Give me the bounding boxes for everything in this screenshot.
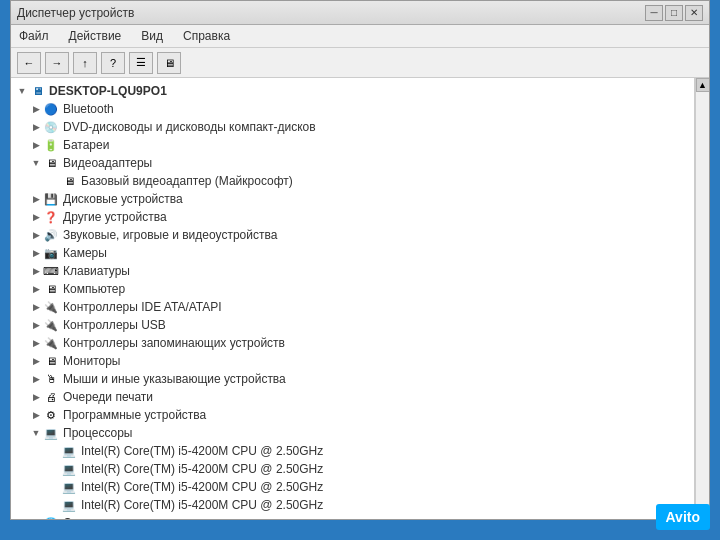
item-icon: 💻 bbox=[61, 497, 77, 513]
item-icon: 🔌 bbox=[43, 317, 59, 333]
tree-item[interactable]: 💻Intel(R) Core(TM) i5-4200M CPU @ 2.50GH… bbox=[11, 442, 694, 460]
tree-item[interactable]: ▶⚙Программные устройства bbox=[11, 406, 694, 424]
tree-item[interactable]: ▶🖥Мониторы bbox=[11, 352, 694, 370]
avito-logo: Avito bbox=[656, 504, 710, 530]
expand-icon[interactable]: ▶ bbox=[29, 408, 43, 422]
back-button[interactable]: ← bbox=[17, 52, 41, 74]
monitor-button[interactable]: 🖥 bbox=[157, 52, 181, 74]
expand-icon[interactable]: ▼ bbox=[29, 426, 43, 440]
item-label: Intel(R) Core(TM) i5-4200M CPU @ 2.50GHz bbox=[81, 498, 323, 512]
expand-icon[interactable]: ▶ bbox=[29, 390, 43, 404]
toolbar: ← → ↑ ? ☰ 🖥 bbox=[11, 48, 709, 78]
item-icon: 🖥 bbox=[43, 353, 59, 369]
tree-item[interactable]: ▶🖥Компьютер bbox=[11, 280, 694, 298]
maximize-button[interactable]: □ bbox=[665, 5, 683, 21]
expand-icon[interactable]: ▶ bbox=[29, 210, 43, 224]
item-icon: ⌨ bbox=[43, 263, 59, 279]
menu-file[interactable]: Файл bbox=[15, 27, 53, 45]
tree-item[interactable]: 💻Intel(R) Core(TM) i5-4200M CPU @ 2.50GH… bbox=[11, 460, 694, 478]
tree-item[interactable]: ▼🖥Видеоадаптеры bbox=[11, 154, 694, 172]
item-label: Контроллеры запоминающих устройств bbox=[63, 336, 285, 350]
expand-icon[interactable]: ▶ bbox=[29, 354, 43, 368]
expand-icon[interactable]: ▶ bbox=[29, 516, 43, 519]
item-label: Видеоадаптеры bbox=[63, 156, 152, 170]
forward-button[interactable]: → bbox=[45, 52, 69, 74]
up-button[interactable]: ↑ bbox=[73, 52, 97, 74]
tree-item[interactable]: ▶🔌Контроллеры IDE ATA/ATAPI bbox=[11, 298, 694, 316]
item-icon: ⚙ bbox=[43, 407, 59, 423]
expand-icon[interactable]: ▶ bbox=[29, 336, 43, 350]
tree-item[interactable]: ▶❓Другие устройства bbox=[11, 208, 694, 226]
scroll-up-button[interactable]: ▲ bbox=[696, 78, 710, 92]
expand-icon[interactable]: ▶ bbox=[29, 246, 43, 260]
expand-icon[interactable]: ▶ bbox=[29, 300, 43, 314]
item-label: Компьютер bbox=[63, 282, 125, 296]
tree-item[interactable]: 💻Intel(R) Core(TM) i5-4200M CPU @ 2.50GH… bbox=[11, 496, 694, 514]
expand-icon[interactable] bbox=[47, 498, 61, 512]
menu-help[interactable]: Справка bbox=[179, 27, 234, 45]
menu-view[interactable]: Вид bbox=[137, 27, 167, 45]
root-expand-icon[interactable]: ▼ bbox=[15, 84, 29, 98]
title-bar-left: Диспетчер устройств bbox=[17, 6, 134, 20]
tree-item[interactable]: ▼💻Процессоры bbox=[11, 424, 694, 442]
expand-icon[interactable]: ▶ bbox=[29, 228, 43, 242]
title-bar-controls: ─ □ ✕ bbox=[645, 5, 703, 21]
item-label: Камеры bbox=[63, 246, 107, 260]
tree-root[interactable]: ▼ 🖥 DESKTOP-LQU9PO1 bbox=[11, 82, 694, 100]
expand-icon[interactable]: ▼ bbox=[29, 156, 43, 170]
menu-action[interactable]: Действие bbox=[65, 27, 126, 45]
tree-item[interactable]: ▶🔌Контроллеры запоминающих устройств bbox=[11, 334, 694, 352]
scrollbar[interactable]: ▲ ▼ bbox=[695, 78, 709, 519]
tree-item[interactable]: 🖥Базовый видеоадаптер (Майкрософт) bbox=[11, 172, 694, 190]
tree-item[interactable]: ▶🖱Мыши и иные указывающие устройства bbox=[11, 370, 694, 388]
tree-items-container: ▶🔵Bluetooth▶💿DVD-дисководы и дисководы к… bbox=[11, 100, 694, 519]
tree-item[interactable]: ▶🌐Сетевые адаптеры bbox=[11, 514, 694, 519]
expand-icon[interactable] bbox=[47, 462, 61, 476]
item-label: Базовый видеоадаптер (Майкрософт) bbox=[81, 174, 293, 188]
expand-icon[interactable] bbox=[47, 480, 61, 494]
expand-icon[interactable]: ▶ bbox=[29, 372, 43, 386]
expand-icon[interactable]: ▶ bbox=[29, 282, 43, 296]
expand-icon[interactable]: ▶ bbox=[29, 120, 43, 134]
tree-item[interactable]: ▶🔵Bluetooth bbox=[11, 100, 694, 118]
device-manager-window: Диспетчер устройств ─ □ ✕ Файл Действие … bbox=[10, 0, 710, 520]
tree-item[interactable]: ▶🔌Контроллеры USB bbox=[11, 316, 694, 334]
title-bar: Диспетчер устройств ─ □ ✕ bbox=[11, 1, 709, 25]
close-button[interactable]: ✕ bbox=[685, 5, 703, 21]
tree-item[interactable]: 💻Intel(R) Core(TM) i5-4200M CPU @ 2.50GH… bbox=[11, 478, 694, 496]
expand-icon[interactable]: ▶ bbox=[29, 264, 43, 278]
tree-item[interactable]: ▶⌨Клавиатуры bbox=[11, 262, 694, 280]
item-label: Контроллеры IDE ATA/ATAPI bbox=[63, 300, 222, 314]
root-icon: 🖥 bbox=[29, 83, 45, 99]
minimize-button[interactable]: ─ bbox=[645, 5, 663, 21]
item-icon: 🖨 bbox=[43, 389, 59, 405]
expand-icon[interactable]: ▶ bbox=[29, 318, 43, 332]
help-button[interactable]: ? bbox=[101, 52, 125, 74]
item-label: Процессоры bbox=[63, 426, 133, 440]
item-icon: 🌐 bbox=[43, 515, 59, 519]
item-label: Bluetooth bbox=[63, 102, 114, 116]
main-content: ▼ 🖥 DESKTOP-LQU9PO1 ▶🔵Bluetooth▶💿DVD-дис… bbox=[11, 78, 709, 519]
tree-item[interactable]: ▶🔊Звуковые, игровые и видеоустройства bbox=[11, 226, 694, 244]
tree-panel[interactable]: ▼ 🖥 DESKTOP-LQU9PO1 ▶🔵Bluetooth▶💿DVD-дис… bbox=[11, 78, 695, 519]
item-label: Мыши и иные указывающие устройства bbox=[63, 372, 286, 386]
expand-icon[interactable]: ▶ bbox=[29, 138, 43, 152]
tree-item[interactable]: ▶💿DVD-дисководы и дисководы компакт-диск… bbox=[11, 118, 694, 136]
item-icon: 💻 bbox=[61, 443, 77, 459]
tree-item[interactable]: ▶🔋Батареи bbox=[11, 136, 694, 154]
tree-item[interactable]: ▶🖨Очереди печати bbox=[11, 388, 694, 406]
item-icon: 🖱 bbox=[43, 371, 59, 387]
expand-icon[interactable]: ▶ bbox=[29, 102, 43, 116]
tree-item[interactable]: ▶💾Дисковые устройства bbox=[11, 190, 694, 208]
expand-icon[interactable]: ▶ bbox=[29, 192, 43, 206]
expand-icon[interactable] bbox=[47, 174, 61, 188]
item-label: Программные устройства bbox=[63, 408, 206, 422]
item-icon: 🔌 bbox=[43, 335, 59, 351]
view-button[interactable]: ☰ bbox=[129, 52, 153, 74]
item-label: Intel(R) Core(TM) i5-4200M CPU @ 2.50GHz bbox=[81, 480, 323, 494]
item-label: Другие устройства bbox=[63, 210, 167, 224]
menu-bar: Файл Действие Вид Справка bbox=[11, 25, 709, 48]
expand-icon[interactable] bbox=[47, 444, 61, 458]
tree-item[interactable]: ▶📷Камеры bbox=[11, 244, 694, 262]
item-label: Intel(R) Core(TM) i5-4200M CPU @ 2.50GHz bbox=[81, 462, 323, 476]
